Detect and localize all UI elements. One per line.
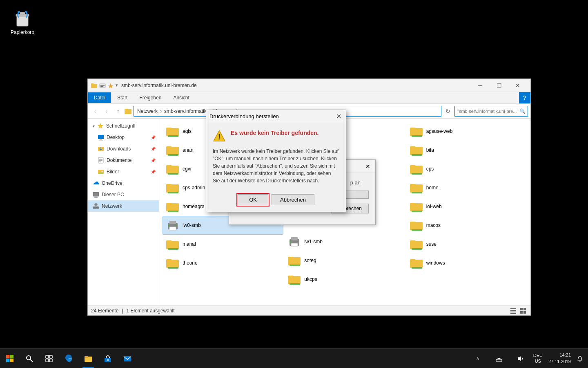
folder-icon-windows: [410, 256, 423, 269]
refresh-button[interactable]: ↻: [443, 106, 453, 116]
folder-windows[interactable]: windows: [406, 254, 527, 272]
folder-icon-theorie: [166, 256, 179, 269]
printer-dialog-cancel-button[interactable]: Abbrechen: [272, 194, 314, 205]
folder-home[interactable]: home: [406, 178, 527, 197]
svg-rect-61: [168, 267, 178, 269]
printer-dialog-ok-button[interactable]: OK: [238, 194, 268, 205]
title-bar-separator: ▾: [116, 83, 118, 88]
svg-rect-101: [523, 308, 526, 310]
minimize-button[interactable]: ─: [471, 79, 490, 92]
svg-rect-64: [291, 243, 298, 247]
folder-suse[interactable]: suse: [406, 235, 527, 254]
tab-datei[interactable]: Datei: [88, 92, 111, 103]
tab-freigeben[interactable]: Freigeben: [134, 92, 167, 103]
svg-rect-99: [510, 313, 516, 314]
svg-rect-20: [99, 160, 102, 161]
status-view-buttons: [509, 307, 527, 315]
folder-macos[interactable]: macos: [406, 216, 527, 235]
taskbar-notification-button[interactable]: [575, 354, 585, 364]
title-bar: ▾ smb-serv.informatik.uni-bremen.de ─ ☐ …: [88, 79, 530, 92]
taskbar: ⊕ ∧: [0, 348, 588, 368]
printer-dialog: Druckerverbindung herstellen ✕ ! Es wurd…: [206, 110, 346, 212]
taskbar-store-button[interactable]: ⊕: [98, 349, 118, 368]
folder-bifa[interactable]: bifa: [406, 141, 527, 159]
svg-rect-31: [97, 207, 99, 209]
view-grid-button[interactable]: [519, 307, 527, 315]
folder-theorie[interactable]: theorie: [163, 254, 283, 272]
svg-rect-88: [410, 222, 416, 224]
netzwerk-icon-sidebar: [93, 203, 99, 209]
svg-rect-38: [168, 135, 178, 137]
sidebar-item-desktop[interactable]: Desktop 📌: [88, 132, 159, 143]
pin-icon-small: [107, 82, 114, 89]
taskbar-taskview-button[interactable]: [39, 349, 59, 368]
notification-icon: [577, 355, 583, 362]
folder-ukcps[interactable]: ukcps: [284, 270, 405, 289]
taskbar-explorer-button[interactable]: [78, 349, 98, 368]
recycle-bin-icon[interactable]: Papierkorb: [8, 8, 37, 35]
view-list-button[interactable]: [509, 307, 517, 315]
svg-rect-91: [410, 240, 416, 242]
taskbar-mail-button[interactable]: [118, 349, 137, 368]
ribbon: Datei Start Freigeben Ansicht ?: [88, 92, 530, 104]
folder-cps[interactable]: cps: [406, 159, 527, 178]
taskbar-language-indicator[interactable]: DEUUS: [532, 353, 544, 364]
svg-rect-94: [410, 259, 416, 261]
svg-rect-41: [168, 154, 178, 156]
svg-rect-19: [99, 159, 102, 160]
tray-volume-icon[interactable]: [510, 349, 530, 368]
sidebar-item-downloads[interactable]: Downloads 📌: [88, 143, 159, 155]
svg-text:!: !: [218, 133, 220, 141]
svg-rect-53: [169, 227, 176, 230]
progress-close-button[interactable]: ✕: [364, 162, 372, 171]
search-input[interactable]: [454, 106, 528, 117]
forward-button[interactable]: ›: [102, 106, 111, 116]
sidebar-item-bilder[interactable]: Bilder 📌: [88, 166, 159, 177]
svg-rect-44: [168, 173, 178, 175]
folder-ioi-web[interactable]: ioi-web: [406, 197, 527, 216]
printer-icon-lw0-smb: [166, 219, 179, 232]
folder-lw1-smb[interactable]: lw1-smb: [284, 232, 405, 251]
svg-rect-68: [290, 265, 300, 266]
sidebar-item-dokumente[interactable]: Dokumente 📌: [88, 155, 159, 166]
sidebar-label-onedrive: OneDrive: [102, 180, 122, 186]
folder-icon-ukcps: [288, 273, 301, 286]
folder-name-home: home: [426, 185, 439, 191]
folder-icon-agsuse-web: [410, 125, 423, 138]
clock-date: 27.11.2019: [548, 359, 571, 365]
printer-dialog-close-button[interactable]: ✕: [334, 112, 343, 121]
folder-name-macos: macos: [426, 222, 441, 228]
svg-rect-47: [168, 192, 178, 193]
tab-start[interactable]: Start: [111, 92, 134, 103]
svg-rect-92: [412, 248, 422, 250]
folder-icon-anan: [166, 144, 179, 157]
tray-network-icon[interactable]: [489, 349, 509, 368]
taskbar-edge-button[interactable]: [59, 349, 78, 368]
tab-ansicht[interactable]: Ansicht: [167, 92, 195, 103]
folder-agsuse-web[interactable]: agsuse-web: [406, 122, 527, 141]
taskbar-clock[interactable]: 14:21 27.11.2019: [546, 352, 573, 365]
network-icon: [496, 355, 502, 362]
back-button[interactable]: ‹: [90, 106, 100, 116]
svg-rect-2: [20, 12, 25, 15]
svg-rect-63: [291, 237, 298, 240]
up-button[interactable]: ↑: [113, 106, 123, 116]
tray-arrow[interactable]: ∧: [468, 349, 488, 368]
folder-soteg[interactable]: soteg: [284, 251, 405, 270]
sidebar-item-netzwerk[interactable]: Netzwerk: [88, 200, 159, 212]
svg-rect-27: [94, 197, 98, 198]
store-icon: ⊕: [104, 355, 112, 363]
maximize-button[interactable]: ☐: [490, 79, 508, 92]
svg-rect-114: [46, 359, 49, 362]
printer-dialog-heading: Es wurde kein Treiber gefunden.: [231, 130, 319, 136]
close-button[interactable]: ✕: [508, 79, 527, 92]
sidebar-item-onedrive[interactable]: OneDrive: [88, 177, 159, 189]
help-button[interactable]: ?: [519, 92, 530, 103]
sidebar-item-schnellzugriff[interactable]: ▾ Schnellzugriff: [88, 120, 159, 132]
taskbar-search-button[interactable]: [20, 349, 39, 368]
svg-rect-37: [166, 128, 172, 130]
sidebar-item-dieserpc[interactable]: Dieser PC: [88, 189, 159, 200]
taskbar-start-button[interactable]: [0, 349, 20, 368]
svg-rect-11: [125, 109, 128, 110]
folder-manal[interactable]: manal: [163, 235, 283, 254]
